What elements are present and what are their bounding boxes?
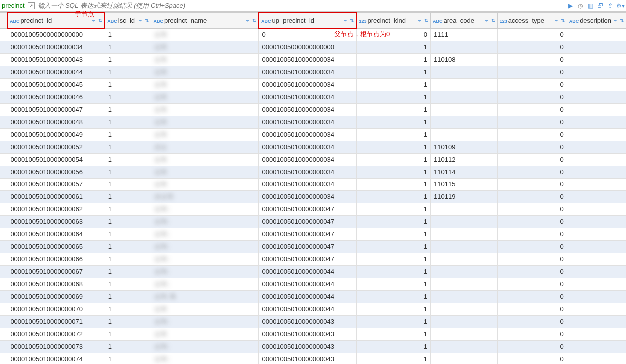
- cell-area_code[interactable]: 1111: [431, 28, 498, 41]
- cell-up_precinct_id[interactable]: 00001005010000000034: [259, 141, 356, 153]
- table-row[interactable]: 000010050100000000341公司00001005000000000…: [0, 41, 626, 53]
- cell-description[interactable]: [567, 278, 626, 290]
- cell-lsc_id[interactable]: 1: [105, 91, 151, 103]
- cell-lsc_id[interactable]: 1: [105, 228, 151, 240]
- cell-lsc_id[interactable]: 1: [105, 78, 151, 91]
- cell-precinct_kind[interactable]: 1: [356, 66, 430, 78]
- cell-access_type[interactable]: 0: [497, 116, 567, 128]
- expand-icon[interactable]: ⤢: [28, 2, 35, 9]
- cell-description[interactable]: [567, 340, 626, 353]
- cell-precinct_kind[interactable]: 1: [356, 228, 430, 240]
- cell-access_type[interactable]: 0: [497, 78, 567, 91]
- cell-description[interactable]: [567, 66, 626, 78]
- cell-precinct_name[interactable]: 公司-: [151, 278, 259, 290]
- table-row[interactable]: 000010050100000000641公司-0000100501000000…: [0, 228, 626, 240]
- table-row[interactable]: 000010050100000000481公司00001005010000000…: [0, 116, 626, 128]
- cell-precinct_kind[interactable]: 1: [356, 340, 430, 353]
- cell-up_precinct_id[interactable]: 00001005010000000044: [259, 265, 356, 278]
- cell-access_type[interactable]: 0: [497, 353, 567, 364]
- cell-precinct_id[interactable]: 00001005010000000048: [7, 116, 105, 128]
- filter-icon[interactable]: ⫧: [417, 17, 423, 23]
- cell-precinct_kind[interactable]: 1: [356, 353, 430, 364]
- column-header-lsc_id[interactable]: ABClsc_id⫧⇅: [105, 12, 151, 28]
- row-handle[interactable]: [0, 66, 7, 78]
- cell-precinct_kind[interactable]: 1: [356, 91, 430, 103]
- cell-area_code[interactable]: [431, 315, 498, 328]
- cell-area_code[interactable]: [431, 91, 498, 103]
- cell-precinct_name[interactable]: 分公: [151, 141, 259, 153]
- cell-precinct_id[interactable]: 00001005010000000067: [7, 265, 105, 278]
- column-header-description[interactable]: ABCdescription⫧⇅: [567, 12, 626, 28]
- cell-lsc_id[interactable]: 1: [105, 203, 151, 215]
- cell-description[interactable]: [567, 290, 626, 303]
- cell-area_code[interactable]: [431, 303, 498, 315]
- filter-icon[interactable]: ⫧: [553, 17, 559, 23]
- cell-up_precinct_id[interactable]: 00001005010000000034: [259, 166, 356, 178]
- row-handle[interactable]: [0, 340, 7, 353]
- cell-access_type[interactable]: 0: [497, 265, 567, 278]
- cell-access_type[interactable]: 0: [497, 91, 567, 103]
- cell-area_code[interactable]: [431, 215, 498, 228]
- cell-precinct_id[interactable]: 00001005010000000066: [7, 253, 105, 265]
- export-icon[interactable]: ⇪: [606, 2, 614, 10]
- row-handle[interactable]: [0, 178, 7, 190]
- cell-precinct_id[interactable]: 00001005010000000056: [7, 166, 105, 178]
- sql-filter-input[interactable]: [38, 2, 566, 9]
- cell-lsc_id[interactable]: 1: [105, 190, 151, 203]
- sort-icon[interactable]: ⇅: [349, 17, 355, 23]
- cell-precinct_kind[interactable]: 1: [356, 78, 430, 91]
- cell-access_type[interactable]: 0: [497, 315, 567, 328]
- cell-up_precinct_id[interactable]: 00001005010000000047: [259, 228, 356, 240]
- cell-up_precinct_id[interactable]: 00001005010000000047: [259, 240, 356, 253]
- cell-lsc_id[interactable]: 1: [105, 340, 151, 353]
- table-row[interactable]: 000010050100000000491公司00001005010000000…: [0, 128, 626, 141]
- cell-lsc_id[interactable]: 1: [105, 303, 151, 315]
- row-handle[interactable]: [0, 290, 7, 303]
- cell-lsc_id[interactable]: 1: [105, 28, 151, 41]
- cell-precinct_kind[interactable]: 1: [356, 215, 430, 228]
- cell-precinct_kind[interactable]: 1: [356, 128, 430, 141]
- cell-precinct_id[interactable]: 00001005010000000043: [7, 53, 105, 66]
- cell-access_type[interactable]: 0: [497, 128, 567, 141]
- cell-precinct_kind[interactable]: 1: [356, 166, 430, 178]
- cell-precinct_kind[interactable]: 1: [356, 328, 430, 340]
- cell-description[interactable]: [567, 240, 626, 253]
- cell-description[interactable]: [567, 116, 626, 128]
- cell-up_precinct_id[interactable]: 00001005010000000044: [259, 303, 356, 315]
- cell-description[interactable]: [567, 303, 626, 315]
- cell-area_code[interactable]: [431, 340, 498, 353]
- table-row[interactable]: 000010050000000000001公司0011110: [0, 28, 626, 41]
- cell-precinct_id[interactable]: 00001005010000000064: [7, 228, 105, 240]
- cell-precinct_kind[interactable]: 1: [356, 153, 430, 166]
- cell-precinct_name[interactable]: 公司 局: [151, 290, 259, 303]
- filter-icon[interactable]: ⫧: [342, 17, 348, 23]
- cell-lsc_id[interactable]: 1: [105, 53, 151, 66]
- cell-precinct_id[interactable]: 00001005010000000070: [7, 303, 105, 315]
- cell-description[interactable]: [567, 153, 626, 166]
- cell-area_code[interactable]: [431, 116, 498, 128]
- cell-precinct_name[interactable]: 公司: [151, 28, 259, 41]
- cell-precinct_name[interactable]: 公司: [151, 66, 259, 78]
- cell-precinct_name[interactable]: 公司-: [151, 228, 259, 240]
- cell-access_type[interactable]: 0: [497, 278, 567, 290]
- cell-lsc_id[interactable]: 1: [105, 215, 151, 228]
- cell-precinct_name[interactable]: 公司-: [151, 215, 259, 228]
- cell-area_code[interactable]: [431, 253, 498, 265]
- cell-area_code[interactable]: 110112: [431, 153, 498, 166]
- cell-up_precinct_id[interactable]: 0: [259, 28, 356, 41]
- cell-precinct_name[interactable]: 公司: [151, 53, 259, 66]
- cell-access_type[interactable]: 0: [497, 66, 567, 78]
- column-header-up_precinct_id[interactable]: ABCup_precinct_id⫧⇅: [259, 12, 356, 28]
- table-row[interactable]: 000010050100000000701公司00001005010000000…: [0, 303, 626, 315]
- cell-area_code[interactable]: [431, 265, 498, 278]
- cell-precinct_name[interactable]: 公司-: [151, 265, 259, 278]
- cell-precinct_kind[interactable]: 1: [356, 203, 430, 215]
- cell-description[interactable]: [567, 215, 626, 228]
- cell-description[interactable]: [567, 353, 626, 364]
- cell-lsc_id[interactable]: 1: [105, 66, 151, 78]
- cell-precinct_name[interactable]: 公司-: [151, 315, 259, 328]
- cell-precinct_id[interactable]: 00001005010000000049: [7, 128, 105, 141]
- cell-precinct_kind[interactable]: 1: [356, 278, 430, 290]
- cell-up_precinct_id[interactable]: 00001005010000000044: [259, 278, 356, 290]
- table-row[interactable]: 000010050100000000571公司00001005010000000…: [0, 178, 626, 190]
